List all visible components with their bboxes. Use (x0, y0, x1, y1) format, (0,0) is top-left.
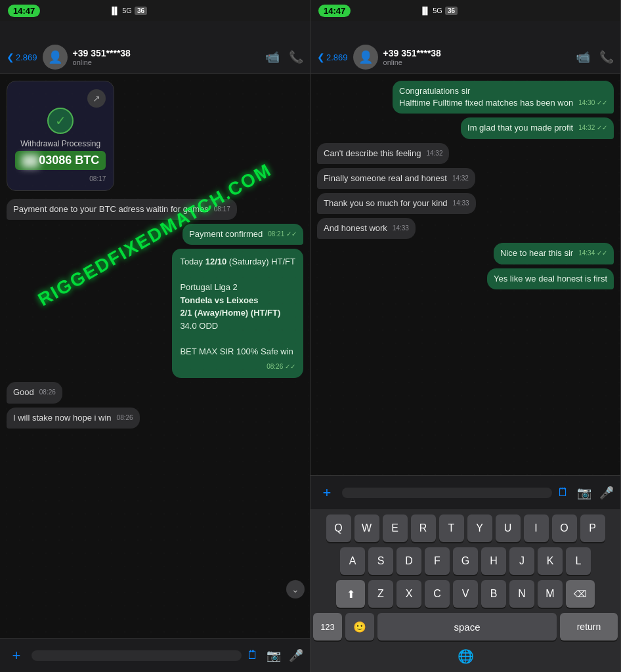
back-button-left[interactable]: ❮ 2.869 (7, 52, 37, 62)
key-x[interactable]: X (396, 580, 421, 608)
back-button-right[interactable]: ❮ 2.869 (317, 52, 348, 62)
key-y[interactable]: Y (467, 514, 492, 542)
key-t[interactable]: T (439, 514, 464, 542)
back-count-left: 2.869 (16, 52, 37, 62)
left-chat-panel: 14:47 ▐▌ 5G 36 ❮ 2.869 👤 +39 351****38 o… (0, 0, 310, 672)
video-call-icon-right[interactable]: 📹 (576, 50, 590, 64)
camera-icon-right[interactable]: 📷 (577, 486, 591, 500)
header-icons-left: 📹 📞 (265, 50, 303, 64)
bubble-congrats: Congratulations sirHalftime Fulltime fix… (393, 81, 614, 114)
btc-check-icon: ✓ (47, 108, 74, 134)
bubble-received: Thank you so much for your kind 14:33 (317, 193, 476, 214)
msg-row: Thank you so much for your kind 14:33 (317, 193, 614, 214)
msg-time: 14:32 (452, 174, 469, 183)
key-l[interactable]: L (566, 547, 591, 575)
message-input-right[interactable] (342, 488, 552, 498)
chat-input-bar-left: + 🗒 📷 🎤 (0, 638, 310, 672)
key-p[interactable]: P (580, 514, 605, 542)
voice-call-icon[interactable]: 📞 (289, 50, 303, 64)
status-icons-right: ▐▌ 5G 36 (420, 7, 458, 15)
msg-text: Good (13, 387, 34, 397)
delete-key[interactable]: ⌫ (566, 580, 595, 608)
video-call-icon[interactable]: 📹 (265, 50, 280, 64)
msg-row: Congratulations sirHalftime Fulltime fix… (317, 81, 614, 114)
right-chat-panel: 14:47 ▐▌ 5G 36 ❮ 2.869 👤 +39 351****38 o… (310, 0, 621, 672)
chevron-left-icon-right: ❮ (317, 52, 325, 62)
msg-row: Can't describe this feeling 14:32 (317, 143, 614, 164)
numbers-key[interactable]: 123 (313, 613, 342, 640)
globe-row: 🌐 (313, 646, 618, 667)
msg-text: I will stake now hope i win (13, 413, 112, 423)
key-r[interactable]: R (411, 514, 436, 542)
key-u[interactable]: U (496, 514, 521, 542)
microphone-icon[interactable]: 🎤 (289, 648, 303, 663)
camera-icon[interactable]: 📷 (267, 648, 281, 663)
msg-row: Nice to hear this sir 14:34 ✓✓ (317, 243, 614, 264)
key-q[interactable]: Q (326, 514, 351, 542)
sticker-icon-right[interactable]: 🗒 (557, 486, 569, 499)
contact-name-right: +39 351****38 (383, 48, 570, 58)
contact-info-left: +39 351****38 online (73, 48, 260, 66)
key-w[interactable]: W (354, 514, 379, 542)
key-m[interactable]: M (538, 580, 563, 608)
key-d[interactable]: D (396, 547, 421, 575)
msg-time: 14:34 ✓✓ (578, 249, 607, 258)
return-key[interactable]: return (560, 613, 618, 640)
key-v[interactable]: V (453, 580, 478, 608)
read-ticks: ✓✓ (597, 124, 607, 131)
key-g[interactable]: G (453, 547, 478, 575)
key-k[interactable]: K (538, 547, 563, 575)
msg-row: Im glad that you made profit 14:32 ✓✓ (317, 117, 614, 138)
msg-time: 14:33 (393, 224, 409, 233)
msg-row: Good 08:26 (7, 382, 303, 403)
msg-row: ↗ ✓ Withdrawal Processing ▓▓03086 BTC 08… (7, 81, 303, 195)
sticker-icon[interactable]: 🗒 (247, 648, 259, 662)
btc-time: 08:17 (89, 175, 106, 182)
msg-text: Congratulations sirHalftime Fulltime fix… (399, 86, 573, 108)
key-s[interactable]: S (368, 547, 393, 575)
msg-row: Finally someone real and honest 14:32 (317, 168, 614, 189)
key-f[interactable]: F (425, 547, 450, 575)
msg-time: 08:26 ✓✓ (267, 362, 295, 371)
key-j[interactable]: J (509, 547, 534, 575)
msg-time: 14:30 ✓✓ (578, 98, 607, 108)
msg-time: 14:33 (453, 199, 469, 208)
signal-bars-right: ▐▌ (420, 7, 431, 14)
scroll-down-button[interactable]: ⌄ (286, 580, 305, 598)
space-key[interactable]: space (377, 613, 557, 640)
btc-blur: ▓▓ (22, 154, 39, 167)
read-ticks: ✓✓ (285, 363, 295, 370)
network-type-left: 5G (122, 7, 132, 14)
msg-text: Nice to hear this sir (500, 248, 573, 258)
microphone-icon-right[interactable]: 🎤 (599, 486, 614, 500)
add-attachment-button-right[interactable]: + (317, 484, 337, 501)
key-z[interactable]: Z (368, 580, 393, 608)
globe-icon[interactable]: 🌐 (458, 648, 474, 664)
key-e[interactable]: E (383, 514, 408, 542)
msg-row: Payment done to your BTC adress waitin f… (7, 199, 303, 220)
message-input-left[interactable] (32, 650, 242, 661)
msg-row: And honest work 14:33 (317, 218, 614, 239)
key-a[interactable]: A (340, 547, 365, 575)
input-icons-left: 🗒 📷 🎤 (247, 648, 303, 663)
msg-time: 14:32 ✓✓ (578, 123, 607, 133)
add-attachment-button[interactable]: + (7, 647, 26, 664)
msg-text: Yes like we deal honest is first (494, 274, 607, 284)
voice-call-icon-right[interactable]: 📞 (599, 50, 614, 64)
key-n[interactable]: N (509, 580, 534, 608)
key-h[interactable]: H (481, 547, 506, 575)
bubble-nice: Nice to hear this sir 14:34 ✓✓ (494, 243, 614, 264)
msg-text: Finally someone real and honest (324, 173, 447, 183)
key-o[interactable]: O (552, 514, 577, 542)
keyboard-row-2: A S D F G H J K L (313, 547, 618, 575)
msg-row: I will stake now hope i win 08:26 (7, 408, 303, 429)
emoji-key[interactable]: 🙂 (345, 613, 374, 640)
key-c[interactable]: C (425, 580, 450, 608)
key-b[interactable]: B (481, 580, 506, 608)
keyboard-row-1: Q W E R T Y U I O P (313, 514, 618, 542)
msg-time: 14:32 (426, 149, 442, 158)
share-button[interactable]: ↗ (87, 89, 106, 108)
shift-key[interactable]: ⬆ (336, 580, 365, 608)
key-i[interactable]: I (524, 514, 549, 542)
bubble-received: I will stake now hope i win 08:26 (7, 408, 140, 429)
